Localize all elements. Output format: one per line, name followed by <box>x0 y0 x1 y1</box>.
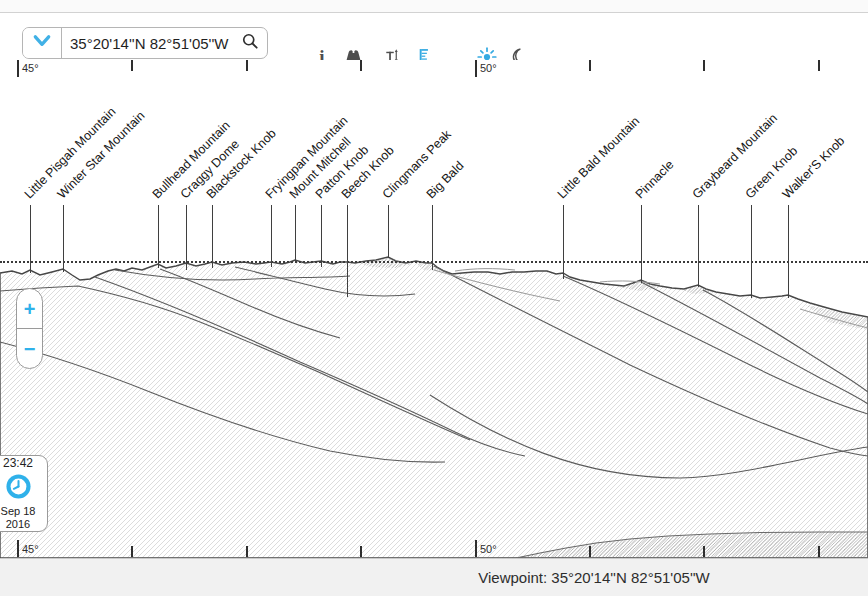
peak-leader-line <box>212 205 213 268</box>
compass-tick <box>475 540 477 557</box>
zoom-in-button[interactable]: + <box>17 289 42 328</box>
clock-icon <box>5 473 32 504</box>
location-search-box <box>22 27 268 59</box>
compass-tick <box>703 546 705 557</box>
compass-tick <box>589 546 591 557</box>
search-button[interactable] <box>233 28 267 58</box>
compass-tick <box>818 546 820 557</box>
status-bar: Viewpoint: 35°20'14''N 82°51'05''W <box>0 558 868 596</box>
compass-tick <box>703 60 705 71</box>
compass-degree-label: 50° <box>480 62 497 74</box>
peak-leader-line <box>388 205 389 258</box>
peak-leader-line <box>158 205 159 268</box>
compass-tick <box>589 60 591 71</box>
year-value: 2016 <box>6 518 30 531</box>
horizon-dotted-line <box>0 261 868 263</box>
compass-tick <box>360 546 362 557</box>
compass-tick <box>475 60 477 77</box>
chevron-down-icon <box>32 34 52 52</box>
peak-leader-line <box>321 205 322 267</box>
peak-leader-line <box>563 205 564 279</box>
compass-tick <box>17 60 19 77</box>
zoom-control: + − <box>16 288 43 369</box>
coordinate-search-input[interactable] <box>62 35 233 52</box>
peak-leader-line <box>295 205 296 261</box>
compass-tick <box>246 60 248 71</box>
compass-tick <box>246 546 248 557</box>
peak-leader-line <box>432 205 433 270</box>
compass-degree-label: 45° <box>22 543 39 555</box>
peak-leader-line <box>186 205 187 270</box>
toolbar: i <box>0 14 868 60</box>
compass-tick <box>360 60 362 71</box>
peak-leader-line <box>698 205 699 287</box>
compass-tick <box>131 546 133 557</box>
peak-leader-line <box>788 205 789 298</box>
magnifier-icon <box>240 31 260 55</box>
peak-leader-line <box>271 205 272 267</box>
compass-tick <box>131 60 133 71</box>
peakfinder-app: i <box>0 0 868 596</box>
compass-tick <box>17 540 19 557</box>
panorama-canvas[interactable]: Little Pisgah MountainWinter Star Mounta… <box>0 60 868 558</box>
window-top-strip <box>0 0 868 13</box>
time-value: 23:42 <box>3 456 33 470</box>
peak-leader-line <box>347 205 348 297</box>
peak-leader-line <box>641 205 642 283</box>
location-dropdown-button[interactable] <box>23 28 62 58</box>
date-value: Sep 18 <box>1 505 36 518</box>
peak-leader-line <box>30 205 31 273</box>
peak-leader-line <box>63 205 64 272</box>
datetime-widget[interactable]: 23:42 Sep 18 2016 <box>0 455 48 532</box>
viewpoint-label: Viewpoint: 35°20'14''N 82°51'05''W <box>478 569 710 586</box>
compass-degree-label: 45° <box>22 62 39 74</box>
compass-tick <box>818 60 820 71</box>
compass-degree-label: 50° <box>480 543 497 555</box>
peak-leader-line <box>751 205 752 298</box>
zoom-out-button[interactable]: − <box>17 328 42 368</box>
